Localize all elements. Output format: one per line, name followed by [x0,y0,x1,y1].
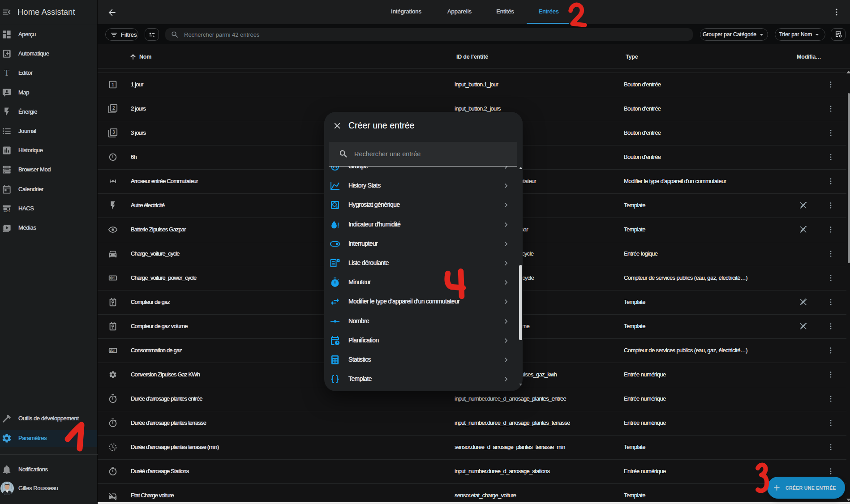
svg-text:2: 2 [112,276,114,280]
svg-text:3: 3 [112,130,115,135]
svg-text:1: 1 [109,349,111,353]
svg-text:HACS: HACS [4,210,10,213]
svg-text:2: 2 [112,349,114,353]
svg-text:1: 1 [109,276,111,280]
svg-text:2: 2 [112,106,115,111]
svg-text:1: 1 [112,82,114,87]
svg-text:T: T [4,68,9,77]
